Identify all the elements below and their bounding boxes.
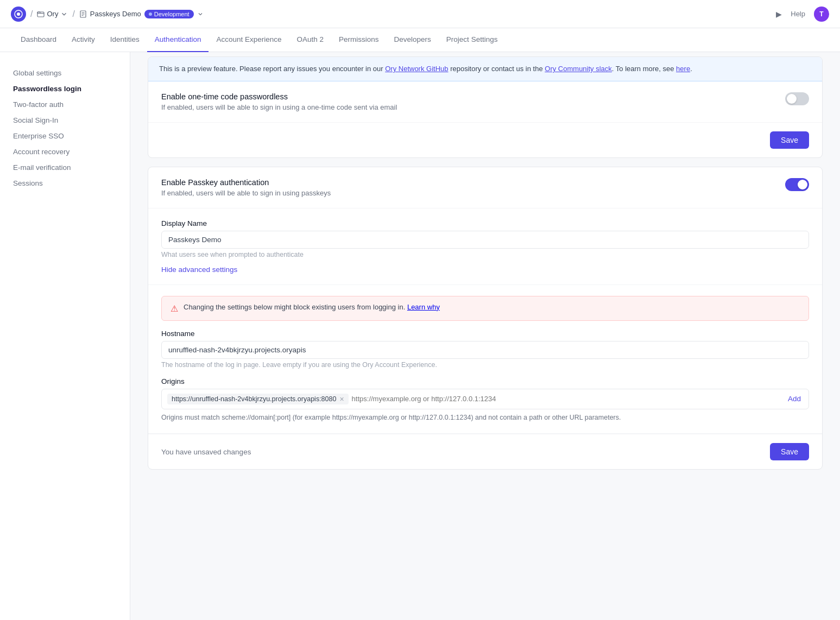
origin-tag: https://unruffled-nash-2v4bkjrzyu.projec…: [167, 394, 349, 404]
otp-toggle[interactable]: [785, 92, 809, 105]
nav-item-activity[interactable]: Activity: [64, 28, 103, 52]
otp-desc: If enabled, users will be able to sign i…: [161, 103, 397, 111]
nav-item-oauth2[interactable]: OAuth 2: [289, 28, 332, 52]
nav-item-dashboard[interactable]: Dashboard: [13, 28, 64, 52]
sidebar: Global settings Passwordless login Two-f…: [0, 52, 130, 620]
unsaved-footer: You have unsaved changes Save: [148, 434, 822, 469]
learn-why-link[interactable]: Learn why: [407, 303, 440, 311]
otp-card-footer: Save: [148, 123, 822, 157]
otp-toggle-row: Enable one-time code passwordless If ena…: [161, 92, 809, 111]
passkey-toggle-thumb: [798, 180, 807, 189]
badge-dot: [149, 12, 152, 16]
display-name-label: Display Name: [161, 219, 809, 227]
otp-save-button[interactable]: Save: [770, 131, 809, 149]
sidebar-item-enterprise-sso[interactable]: Enterprise SSO: [0, 128, 130, 144]
passkey-card: Enable Passkey authentication If enabled…: [148, 167, 823, 470]
separator-1: /: [30, 9, 33, 19]
sidebar-item-two-factor-auth[interactable]: Two-factor auth: [0, 97, 130, 112]
otp-section: Enable one-time code passwordless If ena…: [148, 81, 822, 123]
org-selector[interactable]: Ory: [37, 10, 68, 18]
passkey-title: Enable Passkey authentication: [161, 178, 331, 187]
passkey-text: Enable Passkey authentication If enabled…: [161, 178, 331, 197]
nav-item-authentication[interactable]: Authentication: [147, 28, 209, 52]
origins-add-button[interactable]: Add: [786, 394, 803, 404]
preview-text-middle: repository or contact us in the: [449, 65, 545, 73]
chevron-down-icon: [60, 10, 68, 18]
advanced-settings-section: ⚠ Changing the settings below might bloc…: [148, 285, 822, 434]
topbar: / Ory / Passkeys Demo Development ▶ Help…: [0, 0, 840, 28]
sidebar-item-global-settings[interactable]: Global settings: [0, 65, 130, 81]
passkey-desc: If enabled, users will be able to sign i…: [161, 189, 331, 197]
warning-text: Changing the settings below might block …: [184, 303, 440, 311]
preview-text-before: This is a preview feature. Please report…: [159, 65, 385, 73]
warning-icon: ⚠: [170, 303, 178, 314]
origin-tag-value: https://unruffled-nash-2v4bkjrzyu.projec…: [172, 395, 336, 403]
ory-logo: [11, 7, 26, 22]
display-name-input[interactable]: [161, 231, 809, 249]
nav-item-identities[interactable]: Identities: [103, 28, 147, 52]
otp-card: This is a preview feature. Please report…: [148, 56, 823, 158]
sidebar-item-passwordless-login[interactable]: Passwordless login: [0, 81, 130, 97]
sidebar-item-account-recovery[interactable]: Account recovery: [0, 144, 130, 160]
chevron-down-icon-2: [197, 11, 204, 17]
otp-text: Enable one-time code passwordless If ena…: [161, 92, 397, 111]
sidebar-item-social-sign-in[interactable]: Social Sign-In: [0, 112, 130, 128]
otp-toggle-thumb: [787, 94, 797, 104]
hostname-label: Hostname: [161, 330, 809, 338]
help-link[interactable]: Help: [791, 10, 805, 18]
passkey-toggle[interactable]: [785, 178, 809, 191]
passkey-save-button[interactable]: Save: [770, 443, 809, 460]
avatar[interactable]: T: [814, 7, 829, 22]
origin-tag-remove-button[interactable]: ×: [339, 395, 344, 403]
svg-point-1: [17, 12, 20, 16]
sidebar-item-email-verification[interactable]: E-mail verification: [0, 160, 130, 175]
nav-item-permissions[interactable]: Permissions: [331, 28, 387, 52]
preview-text-after: . To learn more, see: [612, 65, 676, 73]
env-badge: Development: [144, 10, 194, 18]
display-name-helper: What users see when prompted to authenti…: [161, 251, 809, 258]
sidebar-item-sessions[interactable]: Sessions: [0, 175, 130, 191]
warning-box: ⚠ Changing the settings below might bloc…: [161, 296, 809, 321]
hostname-field: Hostname The hostname of the log in page…: [161, 330, 809, 369]
nav-item-account-experience[interactable]: Account Experience: [209, 28, 289, 52]
hostname-input[interactable]: [161, 341, 809, 359]
origins-label: Origins: [161, 377, 809, 385]
document-icon: [79, 10, 87, 18]
nav-item-developers[interactable]: Developers: [387, 28, 439, 52]
svg-rect-2: [37, 12, 44, 17]
display-name-section: Display Name What users see when prompte…: [148, 208, 822, 285]
page-layout: Global settings Passwordless login Two-f…: [0, 52, 840, 620]
main-content: This is a preview feature. Please report…: [130, 52, 840, 620]
origins-note: Origins must match scheme://domain[:port…: [161, 413, 809, 423]
project-selector[interactable]: Passkeys Demo Development: [79, 10, 204, 18]
preview-banner: This is a preview feature. Please report…: [148, 57, 822, 81]
topbar-right: ▶ Help T: [776, 7, 829, 22]
passkey-toggle-section: Enable Passkey authentication If enabled…: [148, 167, 822, 208]
preview-text-end: .: [690, 65, 692, 73]
origins-input-wrap[interactable]: https://unruffled-nash-2v4bkjrzyu.projec…: [161, 389, 809, 409]
passkey-toggle-track: [785, 178, 809, 191]
hide-advanced-link[interactable]: Hide advanced settings: [161, 265, 237, 274]
separator-2: /: [72, 9, 74, 19]
learn-more-link[interactable]: here: [676, 65, 690, 73]
passkey-toggle-row: Enable Passkey authentication If enabled…: [161, 178, 809, 197]
main-nav: Dashboard Activity Identities Authentica…: [0, 28, 840, 52]
unsaved-text: You have unsaved changes: [161, 448, 251, 456]
otp-title: Enable one-time code passwordless: [161, 92, 397, 101]
folder-icon: [37, 10, 45, 18]
hostname-helper: The hostname of the log in page. Leave e…: [161, 361, 809, 369]
nav-item-project-settings[interactable]: Project Settings: [439, 28, 506, 52]
play-button[interactable]: ▶: [776, 10, 782, 18]
ory-github-link[interactable]: Ory Network GitHub: [385, 65, 448, 73]
origins-new-input[interactable]: [352, 395, 782, 403]
ory-slack-link[interactable]: Ory Community slack: [545, 65, 612, 73]
otp-toggle-track: [785, 92, 809, 105]
origins-field: Origins https://unruffled-nash-2v4bkjrzy…: [161, 377, 809, 423]
